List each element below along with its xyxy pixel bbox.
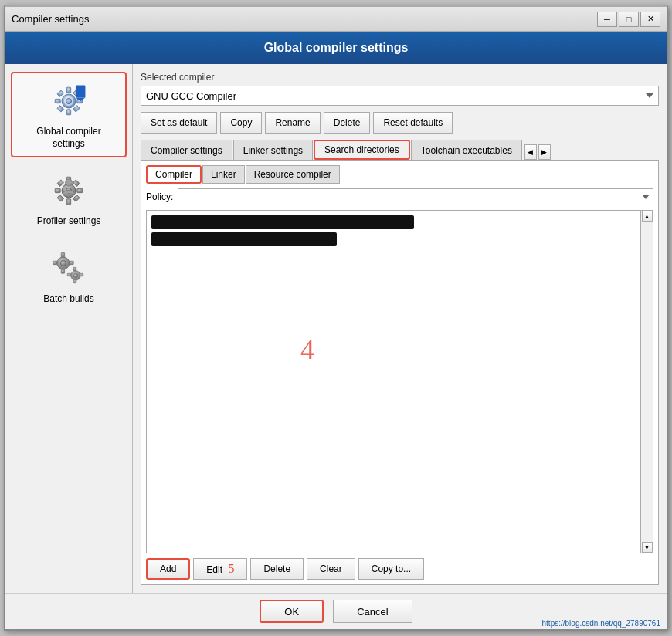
tab-sub-resource-compiler[interactable]: Resource compiler (246, 165, 340, 184)
svg-rect-19 (73, 180, 80, 187)
sidebar-item-batch-builds[interactable]: Batch builds (11, 239, 127, 313)
bottom-buttons: Add Edit 5 Delete Clear Copy to... (146, 558, 653, 580)
scroll-down-button[interactable]: ▼ (642, 542, 653, 553)
compiler-select-row: GNU GCC Compiler (141, 86, 659, 106)
svg-rect-1 (66, 87, 70, 93)
main-window: Compiler settings ─ □ ✕ Global compiler … (4, 5, 668, 631)
sidebar-label-batch-builds: Batch builds (43, 293, 93, 306)
svg-rect-33 (67, 273, 70, 276)
tab-scroll-left-button[interactable]: ◀ (524, 144, 537, 160)
copy-to-button[interactable]: Copy to... (358, 558, 424, 580)
cancel-button[interactable]: Cancel (333, 600, 412, 623)
tab-compiler-settings[interactable]: Compiler settings (141, 140, 232, 160)
svg-rect-8 (73, 105, 80, 112)
footer-url: https://blog.csdn.net/qq_27890761 (542, 619, 660, 628)
svg-rect-25 (61, 252, 64, 256)
svg-rect-16 (55, 189, 60, 193)
svg-point-35 (73, 273, 77, 277)
svg-rect-31 (73, 267, 76, 270)
tab-sub-linker[interactable]: Linker (202, 165, 245, 184)
delete-button[interactable]: Delete (324, 112, 371, 134)
sub-tabs: Compiler Linker Resource compiler (146, 165, 653, 184)
dir-entry-2 (151, 232, 337, 246)
svg-rect-28 (70, 261, 73, 264)
svg-rect-21 (73, 195, 80, 202)
policy-label: Policy: (146, 191, 173, 202)
tabs-and-panel: Compiler settings Linker settings Search… (141, 140, 659, 585)
svg-point-10 (66, 98, 71, 103)
svg-rect-5 (57, 90, 64, 97)
sidebar-item-global-compiler[interactable]: Global compilersettings (11, 72, 127, 157)
window-title: Compiler settings (12, 13, 89, 25)
tab-search-directories[interactable]: Search directories (314, 140, 410, 160)
dirs-list: ▲ ▼ (146, 210, 653, 553)
global-compiler-icon (47, 80, 90, 123)
profiler-icon (47, 169, 90, 212)
batch-builds-icon (47, 247, 90, 290)
svg-rect-34 (80, 273, 83, 276)
title-bar: Compiler settings ─ □ ✕ (5, 7, 667, 32)
policy-dropdown[interactable] (178, 188, 653, 205)
clear-button[interactable]: Clear (307, 558, 355, 580)
close-button[interactable]: ✕ (640, 12, 660, 27)
svg-rect-27 (53, 261, 56, 264)
svg-rect-26 (61, 269, 64, 273)
footer: OK Cancel https://blog.csdn.net/qq_27890… (5, 593, 667, 629)
dirs-scrollbar: ▲ ▼ (640, 211, 653, 553)
tab-scroll-right-button[interactable]: ▶ (538, 144, 551, 160)
edit-button[interactable]: Edit 5 (193, 558, 247, 580)
compiler-dropdown[interactable]: GNU GCC Compiler (141, 86, 659, 106)
tab-sub-compiler[interactable]: Compiler (146, 165, 202, 184)
sidebar-label-global-compiler: Global compilersettings (36, 126, 100, 150)
svg-rect-11 (76, 85, 86, 97)
main-content: Global compilersettings (5, 64, 667, 593)
ok-button[interactable]: OK (260, 600, 324, 623)
dir-entry-1 (151, 215, 414, 229)
maximize-button[interactable]: □ (619, 12, 639, 27)
toolbar-row: Set as default Copy Rename Delete Reset … (141, 112, 659, 134)
reset-defaults-button[interactable]: Reset defaults (373, 112, 453, 134)
svg-rect-18 (57, 180, 64, 187)
content-area: Selected compiler GNU GCC Compiler Set a… (133, 64, 667, 593)
delete-dir-button[interactable]: Delete (250, 558, 304, 580)
scroll-up-button[interactable]: ▲ (642, 211, 653, 222)
svg-point-29 (60, 260, 66, 266)
minimize-button[interactable]: ─ (597, 12, 617, 27)
content-wrapper: Selected compiler GNU GCC Compiler Set a… (141, 72, 659, 585)
rename-button[interactable]: Rename (265, 112, 320, 134)
svg-rect-20 (57, 195, 64, 202)
header-title: Global compiler settings (264, 41, 409, 55)
sidebar: Global compilersettings (5, 64, 133, 593)
sidebar-item-profiler[interactable]: Profiler settings (11, 161, 127, 235)
main-tabs: Compiler settings Linker settings Search… (141, 140, 659, 161)
svg-point-23 (66, 179, 73, 186)
svg-rect-15 (66, 199, 70, 205)
tab-linker-settings[interactable]: Linker settings (233, 140, 313, 160)
svg-rect-3 (55, 99, 60, 103)
policy-row: Policy: (146, 188, 653, 205)
set-default-button[interactable]: Set as default (141, 112, 217, 134)
svg-rect-2 (66, 110, 70, 115)
add-button[interactable]: Add (146, 558, 190, 580)
dirs-entries (147, 211, 640, 553)
tab-toolchain-executables[interactable]: Toolchain executables (411, 140, 522, 160)
svg-rect-17 (77, 189, 83, 193)
tab-panel: Compiler Linker Resource compiler Polic (141, 161, 659, 585)
svg-rect-32 (73, 279, 76, 282)
title-bar-controls: ─ □ ✕ (597, 12, 660, 27)
header-bar: Global compiler settings (5, 32, 667, 64)
copy-button[interactable]: Copy (220, 112, 262, 134)
svg-rect-7 (57, 105, 64, 112)
sidebar-label-profiler: Profiler settings (37, 215, 101, 228)
selected-compiler-label: Selected compiler (141, 72, 659, 83)
